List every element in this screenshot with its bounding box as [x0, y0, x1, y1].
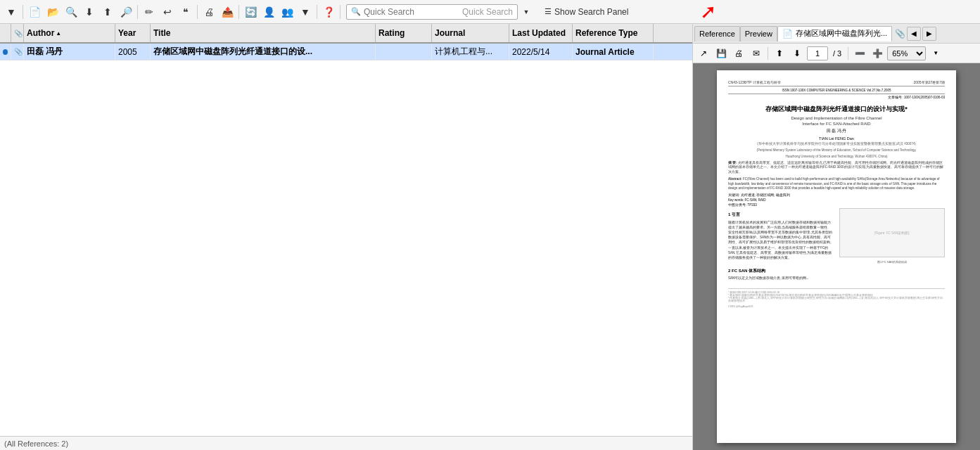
email-pdf-btn[interactable]: ✉: [749, 46, 764, 61]
open-external-btn[interactable]: ↗: [696, 46, 711, 61]
tab-nav-next[interactable]: ▶: [922, 27, 936, 41]
pdf-classification: 中图分类号: TP333: [728, 203, 945, 207]
pdf-authors-en: TIAN Lei FENG Dan: [728, 136, 945, 141]
col-header-journal[interactable]: Journal: [432, 24, 509, 42]
row-reftype: Journal Article: [573, 44, 654, 60]
tab-preview[interactable]: Preview: [740, 26, 777, 41]
col-header-rating[interactable]: Rating: [376, 24, 432, 42]
col-header-reftype[interactable]: Reference Type: [573, 24, 654, 42]
quick-search-input[interactable]: [364, 7, 462, 17]
tab-reference[interactable]: Reference: [694, 26, 740, 41]
pdf-affiliation3-text: Huazhong University of Science and Techn…: [786, 155, 888, 158]
section1-body: 随着计算机技术的发展和广泛应用,人们对数据存储和数据传输能力提出了越来越高的要求…: [728, 220, 834, 261]
pdf-sep1: [768, 47, 768, 60]
col-header-lastupdated[interactable]: Last Updated: [509, 24, 573, 42]
find-btn[interactable]: 🔍: [63, 4, 79, 20]
tab-pdf-label: 存储区域网中磁盘阵列光...: [796, 28, 887, 39]
pdf-issn: ISSN 1007-130X COMPUTER ENGINEERING & SC…: [728, 89, 945, 94]
tab-attach-icon[interactable]: 📎: [895, 29, 905, 39]
sep2: [137, 5, 138, 19]
section1-title: 1 引言: [728, 212, 834, 219]
keywords-en-text: Key words: FC-SAN; RAID: [728, 198, 766, 202]
pdf-authors-cn-text: 田 磊 冯 丹: [827, 129, 847, 133]
keywords-cn-text: 关键词: 光纤通道; 存储区域网; 磁盘阵列: [728, 193, 790, 197]
status-bar: (All References: 2): [0, 436, 692, 450]
page-total-label: / 3: [833, 49, 841, 58]
zoom-out-btn[interactable]: ➖: [852, 46, 867, 61]
sync-btn[interactable]: 🔄: [242, 4, 259, 20]
main-toolbar: ▼ 📄 📂 🔍 ⬇ ⬆ 🔎 ✏ ↩ ❝ 🖨 📤 🔄 👤 👥 ▼ ❓ 🔍 Quic…: [0, 0, 980, 24]
pdf-affiliation2-text: (Peripheral Memory System Laboratory of …: [756, 148, 916, 152]
page-number-input[interactable]: [807, 46, 828, 60]
author-label: Author: [27, 28, 54, 38]
table-row[interactable]: 📎 田磊 冯丹 2005 存储区域网中磁盘阵列光纤通道接口的设... 计算机工程…: [0, 44, 692, 60]
pdf-docnum-text: 文章编号: 1007-130X(2005)07-0106-03: [888, 96, 945, 99]
row-journal: 计算机工程与...: [432, 44, 509, 60]
pdf-keywords-en: Key words: FC-SAN; RAID: [728, 198, 945, 202]
user-dropdown-btn[interactable]: ▼: [297, 4, 314, 20]
open-btn[interactable]: 📂: [44, 4, 61, 20]
page-up-btn[interactable]: ⬆: [772, 46, 787, 61]
new-ref-btn[interactable]: 📄: [26, 4, 43, 20]
row-year: 2005: [115, 44, 151, 60]
help-btn[interactable]: ❓: [320, 4, 337, 20]
pdf-toolbar: ↗ 💾 🖨 ✉ ⬆ ⬇ / 3 ➖ ➕ 65% 75% 100% 125% 15…: [693, 44, 980, 63]
pdf-title-en1: Design and Implementation of the Fibre C…: [728, 116, 945, 120]
zoom-in-btn[interactable]: ➕: [870, 46, 885, 61]
pdf-viewer-content[interactable]: CN43-1238/TP 计算机工程与科学 2005年第27卷第7期 ISSN …: [693, 63, 980, 450]
pdf-affiliation3: Huazhong University of Science and Techn…: [728, 155, 945, 158]
print-btn[interactable]: 🖨: [201, 4, 217, 20]
row-author: 田磊 冯丹: [24, 44, 115, 60]
show-search-label: Show Search Panel: [554, 7, 628, 17]
journal-label: Journal: [435, 28, 465, 38]
pdf-issn-text: ISSN 1007-130X COMPUTER ENGINEERING & SC…: [782, 89, 891, 92]
print-pdf-btn[interactable]: 🖨: [731, 46, 746, 61]
col-header-attach: 📎: [11, 24, 24, 42]
back-btn[interactable]: ↩: [159, 4, 176, 20]
title-label: Title: [153, 28, 170, 38]
user2-btn[interactable]: 👥: [279, 4, 295, 20]
section2-title-text: 2 FC SAN 体系结构: [728, 269, 765, 273]
download-btn[interactable]: ⬇: [81, 4, 98, 20]
upload-btn[interactable]: ⬆: [99, 4, 116, 20]
main-area: 📎 Author ▲ Year Title Rating Journal Las…: [0, 24, 980, 450]
edit-btn[interactable]: ✏: [141, 4, 158, 20]
sep6: [340, 5, 341, 19]
tab-pdf-document[interactable]: 📄 存储区域网中磁盘阵列光...: [777, 26, 892, 41]
user-btn[interactable]: 👤: [260, 4, 277, 20]
export-btn[interactable]: 📤: [219, 4, 236, 20]
col-header-year[interactable]: Year: [115, 24, 151, 42]
row-title: 存储区域网中磁盘阵列光纤通道接口的设...: [151, 44, 376, 60]
pdf-title-en2-text: Interface for FC SAN-Attached RAID: [802, 122, 870, 126]
col-header-indicator: [0, 24, 11, 42]
pdf-header-right: 2005年第27卷第7期: [914, 80, 945, 84]
selected-dot: [3, 49, 8, 55]
reference-list-panel: 📎 Author ▲ Year Title Rating Journal Las…: [0, 24, 693, 450]
reftype-label: Reference Type: [575, 28, 637, 38]
pdf-figure-right: [Figure: FC SAN架构图]: [839, 208, 945, 257]
page-down-btn[interactable]: ⬇: [789, 46, 805, 61]
pdf-title-cn-text: 存储区域网中磁盘阵列光纤通道接口的设计与实现*: [765, 105, 908, 112]
author-value: 田磊 冯丹: [27, 46, 63, 58]
tab-nav-prev[interactable]: ◀: [907, 27, 921, 41]
search-icon: 🔍: [351, 7, 361, 16]
col-header-title[interactable]: Title: [151, 24, 376, 42]
section1-text: 随着计算机技术的发展和广泛应用,人们对数据存储和数据传输能力提出了越来越高的要求…: [728, 221, 834, 259]
row-attach: 📎: [11, 44, 24, 60]
reftype-value: Journal Article: [575, 47, 635, 57]
zoom-dropdown-btn[interactable]: ▼: [928, 46, 943, 61]
pdf-affiliation1: (华中科技大学计算机科学与技术学院并行与分布处理国家专业实验室暨教育部重点实验室…: [728, 142, 945, 146]
zoom-select[interactable]: 65% 75% 100% 125% 150%: [887, 46, 926, 60]
search-dropdown-btn[interactable]: ▼: [519, 4, 533, 20]
paperclip-icon: 📎: [14, 48, 23, 56]
pdf-footnotes: * 收稿日期:2007-12-06;修订日期:2004-02-18 * 基金项目…: [728, 288, 945, 308]
dropdown-btn[interactable]: ▼: [3, 4, 20, 20]
show-search-icon: ☰: [545, 7, 552, 16]
col-header-author[interactable]: Author ▲: [24, 24, 115, 42]
pdf-col-left: 1 引言 随着计算机技术的发展和广泛应用,人们对数据存储和数据传输能力提出了越来…: [728, 208, 834, 264]
pdf-tab-bar: Reference Preview 📄 存储区域网中磁盘阵列光... 📎 ◀ ▶: [693, 24, 980, 44]
show-search-panel-btn[interactable]: ☰ Show Search Panel: [540, 6, 632, 18]
quote-btn[interactable]: ❝: [177, 4, 194, 20]
search2-btn[interactable]: 🔎: [117, 4, 134, 20]
save-pdf-btn[interactable]: 💾: [713, 46, 729, 61]
